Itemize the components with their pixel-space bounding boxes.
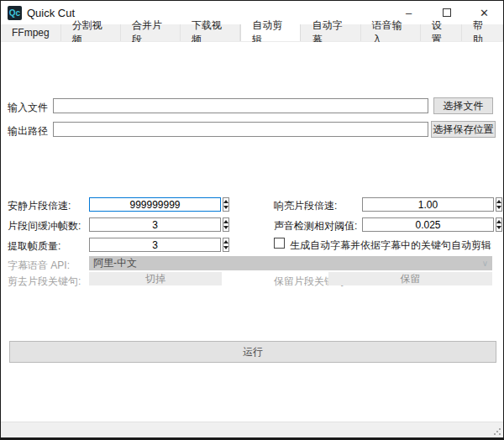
tab-ffmpeg[interactable]: FFmpeg	[1, 24, 61, 41]
quiet-speed-spinbox	[89, 197, 208, 212]
app-icon: Qc	[8, 6, 22, 20]
output-path-field[interactable]	[53, 122, 428, 137]
run-button[interactable]: 运行	[9, 341, 496, 363]
buffer-frames-spinbox	[89, 217, 208, 232]
spin-up-icon[interactable]	[223, 218, 228, 225]
loud-speed-input[interactable]	[362, 197, 494, 212]
spin-down-icon[interactable]	[223, 245, 228, 252]
output-path-label: 输出路径	[8, 124, 48, 139]
auto-subtitle-checkbox-label: 生成自动字幕并依据字幕中的关键句自动剪辑	[290, 238, 491, 253]
input-file-label: 输入文件	[8, 101, 48, 115]
buffer-frames-input[interactable]	[89, 217, 221, 232]
tab-download-video[interactable]: 下载视频	[181, 24, 240, 41]
close-icon: ✕	[480, 7, 489, 19]
cut-keyword-label: 剪去片段关键句:	[8, 275, 81, 289]
spin-down-icon[interactable]	[496, 205, 501, 212]
threshold-spinbox	[362, 217, 492, 232]
loud-speed-spinbox	[362, 197, 492, 212]
quiet-speed-spin-buttons	[223, 197, 229, 212]
resize-grip[interactable]	[493, 427, 501, 435]
loud-speed-spin-buttons	[496, 197, 502, 212]
window-title: Quick Cut	[27, 7, 75, 19]
tab-help[interactable]: 帮助	[462, 24, 503, 41]
threshold-label: 声音检测相对阈值:	[274, 219, 357, 233]
chevron-down-icon: ∨	[482, 259, 488, 268]
tab-merge-clips[interactable]: 合并片段	[121, 24, 181, 41]
app-window: Qc Quick Cut – ✕ FFmpeg 分割视频 合并片段 下载视频 自…	[0, 0, 504, 440]
frame-quality-spin-buttons	[223, 238, 229, 252]
auto-cut-panel: 输入文件 选择文件 输出路径 选择保存位置 安静片段倍速: 响亮片段倍速: 片段…	[1, 42, 503, 422]
quiet-speed-input[interactable]	[89, 197, 221, 212]
tab-auto-subtitle[interactable]: 自动字幕	[301, 24, 360, 41]
status-bar	[1, 422, 503, 437]
maximize-icon	[443, 8, 451, 17]
tab-settings[interactable]: 设置	[421, 24, 462, 41]
tab-split-video[interactable]: 分割视频	[61, 24, 121, 41]
spin-down-icon[interactable]	[223, 205, 228, 212]
quiet-speed-label: 安静片段倍速:	[8, 199, 71, 213]
cut-keyword-field[interactable]: 切掉	[89, 272, 222, 285]
tab-voice-input[interactable]: 语音输入	[361, 24, 421, 41]
subtitle-api-dropdown[interactable]: 阿里-中文 ∨	[89, 256, 492, 270]
buffer-frames-spin-buttons	[223, 217, 229, 232]
threshold-spin-buttons	[496, 217, 502, 232]
threshold-input[interactable]	[362, 217, 494, 232]
frame-quality-label: 提取帧质量:	[8, 239, 60, 254]
spin-up-icon[interactable]	[496, 218, 501, 225]
tab-auto-cut[interactable]: 自动剪辑	[240, 24, 301, 41]
buffer-frames-label: 片段间缓冲帧数:	[8, 219, 81, 233]
tab-bar: FFmpeg 分割视频 合并片段 下载视频 自动剪辑 自动字幕 语音输入 设置 …	[1, 24, 503, 42]
minimize-icon: –	[406, 7, 412, 19]
select-file-button[interactable]: 选择文件	[433, 97, 493, 114]
spin-up-icon[interactable]	[223, 198, 228, 205]
subtitle-api-value: 阿里-中文	[93, 256, 137, 270]
frame-quality-input[interactable]	[89, 238, 221, 252]
select-save-location-button[interactable]: 选择保存位置	[431, 121, 496, 138]
auto-subtitle-checkbox[interactable]	[274, 238, 285, 249]
spin-up-icon[interactable]	[223, 238, 228, 245]
input-file-field[interactable]	[53, 98, 428, 113]
subtitle-api-label: 字幕语音 API:	[8, 259, 70, 273]
spin-down-icon[interactable]	[223, 225, 228, 232]
spin-up-icon[interactable]	[496, 198, 501, 205]
spin-down-icon[interactable]	[496, 225, 501, 232]
frame-quality-spinbox	[89, 238, 208, 252]
loud-speed-label: 响亮片段倍速:	[274, 199, 337, 213]
keep-keyword-field[interactable]: 保留	[328, 272, 492, 285]
